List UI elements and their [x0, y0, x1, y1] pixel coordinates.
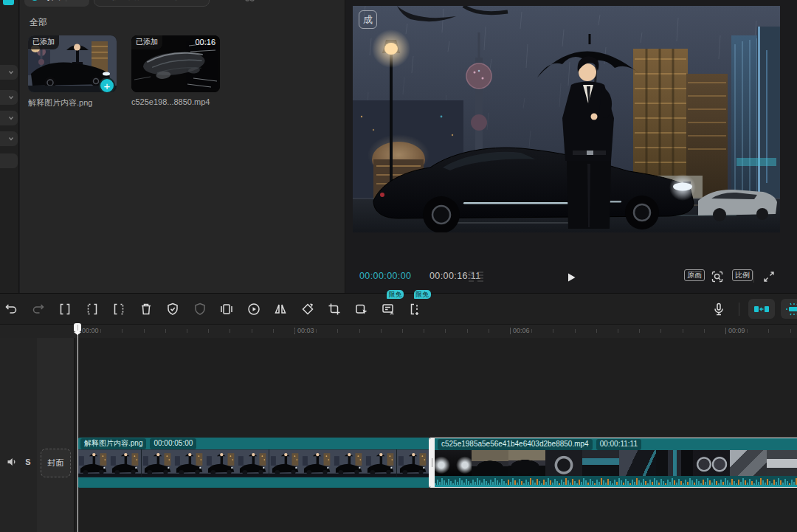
- shield-ai-icon: [165, 301, 181, 317]
- filter-icon[interactable]: [309, 0, 325, 4]
- ruler-minor-tick: [208, 329, 209, 333]
- mark-in-button[interactable]: 限免: [404, 298, 427, 320]
- ruler-minor-tick: [747, 329, 748, 333]
- media-topbar: 导入: [20, 0, 345, 8]
- fullscreen-icon: [762, 269, 776, 284]
- trash-icon: [138, 301, 154, 317]
- ruler-minor-tick: [402, 329, 403, 333]
- ruler-label: 00:06: [513, 327, 530, 334]
- reverse-button[interactable]: [243, 298, 265, 320]
- frame-thumbnail: [301, 449, 333, 477]
- rail-category-2[interactable]: [0, 90, 18, 105]
- playhead-handle[interactable]: [74, 323, 81, 332]
- mirror-button[interactable]: [269, 298, 291, 320]
- smart-matting-button[interactable]: [162, 298, 184, 320]
- sort-icon[interactable]: [272, 0, 289, 4]
- mirror-icon: [272, 301, 289, 317]
- split-keep-right-button[interactable]: [108, 298, 130, 320]
- track-mute-button[interactable]: [4, 454, 20, 470]
- frame-thumbnail: [237, 449, 269, 477]
- preview-axis-toggle[interactable]: [781, 299, 797, 319]
- media-duration: 00:16: [195, 38, 215, 46]
- zoom-fit-icon: [710, 269, 725, 284]
- rotate-icon: [300, 301, 316, 317]
- added-badge: 已添加: [28, 35, 59, 49]
- aspect-ratio-button[interactable]: 比例: [732, 269, 753, 281]
- split-keep-left-button[interactable]: [81, 298, 103, 320]
- timeline-clip-mp4-selected[interactable]: c525e1985a5e56e41b4e6403d2be8850.mp4 00:…: [429, 438, 797, 488]
- microphone-icon: [711, 301, 727, 317]
- media-thumbnail[interactable]: 已添加 00:16: [131, 35, 220, 92]
- preview-image-man-umbrella-car: [353, 6, 780, 232]
- frame-thumbnail: [508, 450, 545, 476]
- media-item-png[interactable]: 已添加 + 解释图片内容.png: [28, 35, 117, 108]
- frame-thumbnail: [545, 450, 582, 476]
- limited-free-badge: 限免: [387, 290, 404, 300]
- freeze-frame-icon: [218, 301, 235, 317]
- auto-snap-toggle[interactable]: [748, 299, 775, 319]
- tracks-area[interactable]: S 封面 解释图片内容.png 00:00:05:00 c525e1985a5e…: [0, 338, 797, 532]
- clip-header: 解释图片内容.png 00:00:05:00: [77, 438, 429, 449]
- track-row-controls: S: [0, 438, 37, 488]
- timeline-clip-png[interactable]: 解释图片内容.png 00:00:05:00: [77, 438, 429, 488]
- ruler-minor-tick: [381, 329, 382, 333]
- trim-handle-left[interactable]: [429, 438, 435, 487]
- preview-panel: 成 00:00:00:00 00:00:16:11 原画 比例: [346, 0, 797, 294]
- ruler-minor-tick: [553, 329, 553, 333]
- zoom-fit-button[interactable]: [708, 267, 727, 286]
- timeline: 00:0000:0300:0600:09 S 封面 解释图片内容.png 00:…: [0, 325, 797, 532]
- undo-icon: [3, 301, 19, 317]
- crop-icon: [326, 301, 342, 317]
- original-quality-button[interactable]: 原画: [684, 269, 705, 281]
- playhead[interactable]: [73, 323, 82, 532]
- frame-thumbnail: [109, 449, 141, 477]
- frame-thumbnail: [397, 449, 429, 477]
- media-tab-icon[interactable]: [3, 0, 14, 5]
- frame-thumbnail: [582, 450, 619, 476]
- split-button[interactable]: [54, 298, 76, 320]
- current-timecode: 00:00:00:00: [359, 271, 411, 281]
- limited-free-badge: 限免: [414, 290, 431, 300]
- time-ruler[interactable]: 00:0000:0300:0600:09: [0, 325, 797, 338]
- record-voiceover-button[interactable]: [708, 298, 730, 320]
- video-preview[interactable]: 成: [353, 6, 780, 232]
- quality-grid-icon[interactable]: [466, 269, 486, 284]
- snap-icon: [753, 303, 770, 315]
- import-button[interactable]: 导入: [24, 0, 89, 7]
- play-button[interactable]: [561, 267, 582, 288]
- media-item-mp4[interactable]: 已添加 00:16 c525e198...8850.mp4: [131, 35, 220, 106]
- fullscreen-button[interactable]: [759, 267, 779, 286]
- cover-button[interactable]: 封面: [41, 449, 71, 477]
- frame-thumbnail: [333, 449, 365, 477]
- media-search[interactable]: [94, 0, 210, 7]
- grid-view-icon[interactable]: [241, 0, 258, 4]
- overlay-select-button[interactable]: [351, 298, 373, 320]
- rail-category-5[interactable]: [0, 153, 18, 168]
- left-rail: [0, 0, 19, 294]
- preview-controls: 00:00:00:00 00:00:16:11 原画 比例: [346, 263, 797, 291]
- chevron-down-icon: [7, 69, 15, 76]
- import-icon: [30, 0, 39, 1]
- rotate-button[interactable]: [297, 298, 319, 320]
- rail-category-1[interactable]: [0, 65, 18, 80]
- crop-button[interactable]: [323, 298, 345, 320]
- ruler-label: 00:09: [728, 327, 745, 334]
- delete-button[interactable]: [135, 298, 157, 320]
- track-solo-button[interactable]: S: [21, 454, 35, 470]
- smart-caption-button[interactable]: 限免: [377, 298, 399, 320]
- add-to-timeline-button[interactable]: +: [99, 77, 115, 92]
- rail-category-4[interactable]: [0, 131, 18, 146]
- rail-category-3[interactable]: [0, 111, 18, 125]
- clip-filename: c525e1985a5e56e41b4e6403d2be8850.mp4: [438, 439, 593, 450]
- undo-button[interactable]: [0, 298, 22, 320]
- divider: [739, 303, 739, 316]
- ruler-minor-tick: [639, 329, 640, 333]
- chroma-key-button[interactable]: [189, 298, 211, 320]
- redo-button[interactable]: [27, 298, 49, 320]
- media-thumbnail[interactable]: 已添加 +: [28, 35, 117, 92]
- freeze-frame-button[interactable]: [215, 298, 238, 320]
- search-input[interactable]: [112, 0, 204, 1]
- ruler-major-tick: [510, 328, 511, 334]
- top-section: 导入 全部: [0, 0, 797, 294]
- clip-filename: 解释图片内容.png: [80, 438, 146, 449]
